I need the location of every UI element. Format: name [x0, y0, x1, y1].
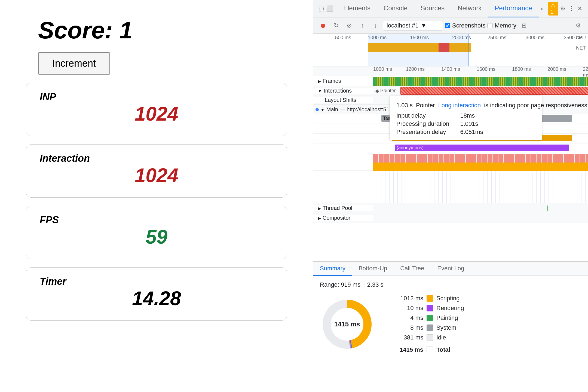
target-selector[interactable]: localhost #1 ▼ [383, 21, 443, 30]
memory-label: Memory [495, 22, 516, 29]
donut-chart: 1415 ms [320, 297, 374, 351]
cpu-label: CPU [575, 35, 586, 41]
device-icon[interactable]: ⬜ [326, 3, 333, 15]
timer-value: 14.28 [40, 287, 273, 310]
interactions-expand[interactable] [318, 88, 322, 94]
legend-row-painting: 4 ms Painting [391, 314, 464, 321]
download-button[interactable]: ↓ [370, 20, 381, 31]
idle-color [427, 334, 433, 341]
summary-legend: 1012 ms Scripting 10 ms Rendering 4 ms P… [391, 295, 464, 353]
system-label: System [436, 324, 456, 331]
devtools-topbar: ⬚ ⬜ Elements Console Sources Network Per… [313, 0, 588, 17]
interaction-bar[interactable] [400, 87, 588, 95]
mark-1000: 1000 ms [373, 66, 392, 72]
frames-chevron[interactable] [318, 78, 321, 84]
system-color [427, 324, 433, 331]
overview-mark-3000: 3000 ms [526, 35, 544, 41]
total-color [427, 347, 433, 353]
inspect-icon[interactable]: ⬚ [318, 3, 325, 15]
screenshots-checkbox-group: Screenshots [445, 22, 485, 29]
settings-gear-icon[interactable]: ⚙ [573, 20, 584, 31]
tab-elements[interactable]: Elements [337, 0, 377, 17]
total-value: 1415 ms [391, 346, 423, 353]
bottom-panel: Summary Bottom-Up Call Tree Event Log Ra… [313, 261, 588, 392]
inp-card: INP 1024 [26, 83, 287, 136]
compositor-expand[interactable] [318, 215, 321, 221]
close-icon[interactable]: ✕ [576, 3, 584, 15]
tab-performance[interactable]: Performance [488, 0, 538, 17]
main-thread-indicator [316, 108, 319, 111]
interaction-label: Interaction [40, 153, 273, 164]
legend-row-system: 8 ms System [391, 324, 464, 331]
fps-card: FPS 59 [26, 206, 287, 259]
mark-1400: 1400 ms [441, 66, 460, 72]
sub-task-track-2 [313, 162, 588, 171]
frames-track: Frames [313, 76, 588, 86]
overview-mark-1500: 1500 ms [410, 35, 429, 41]
devtools-panel: ⬚ ⬜ Elements Console Sources Network Per… [313, 0, 588, 392]
tab-console[interactable]: Console [377, 0, 414, 17]
net-label: NET [576, 45, 586, 51]
main-thread-expand[interactable] [320, 106, 325, 113]
score-title: Score: 1 [38, 16, 133, 44]
overview-mark-500: 500 ms [335, 35, 351, 41]
tab-network[interactable]: Network [451, 0, 488, 17]
fps-label: FPS [40, 214, 273, 226]
timeline-overview[interactable]: 500 ms 1000 ms 1500 ms 2000 ms 2500 ms 3… [313, 34, 588, 66]
thread-pool-track: Thread Pool [313, 203, 588, 213]
rendering-color [427, 305, 433, 311]
mark-1200: 1200 ms [406, 66, 425, 72]
donut-center: 1415 ms [334, 320, 360, 328]
interaction-card: Interaction 1024 [26, 144, 287, 198]
more-tabs-icon[interactable]: » [539, 5, 546, 12]
task-bar-anonymous[interactable]: (anonymous) [395, 145, 569, 151]
interaction-value: 1024 [40, 164, 273, 186]
thread-pool-bar [547, 206, 548, 211]
screenshots-checkbox[interactable] [445, 23, 450, 28]
compositor-track: Compositor [313, 213, 588, 223]
legend-row-idle: 381 ms Idle [391, 334, 464, 341]
tooltip-processing-value: 1.001s [460, 120, 483, 127]
network-throttle-icon[interactable]: ⊞ [519, 20, 529, 31]
tooltip-type: Pointer [416, 100, 435, 110]
tooltip-link[interactable]: Long interaction [438, 100, 481, 110]
tab-event-log[interactable]: Event Log [431, 262, 471, 276]
painting-color [427, 315, 433, 321]
frames-label: Frames [313, 78, 373, 84]
tooltip-message: is indicating poor page responsiveness. [484, 100, 588, 110]
reload-record-button[interactable]: ↻ [331, 20, 342, 31]
scripting-label: Scripting [436, 295, 460, 302]
tooltip-presentation-value: 6.051ms [460, 128, 483, 136]
tab-sources[interactable]: Sources [414, 0, 451, 17]
increment-button[interactable]: Increment [38, 52, 110, 75]
interactions-track: Interactions ◆ Pointer 1.03 s Pointer [313, 86, 588, 96]
more-options-icon[interactable]: ⋮ [568, 3, 575, 15]
rendering-value: 10 ms [391, 305, 423, 312]
timer-card: Timer 14.28 [26, 267, 287, 321]
compositor-content [373, 213, 588, 223]
tab-bottom-up[interactable]: Bottom-Up [352, 262, 394, 276]
idle-value: 381 ms [391, 334, 423, 341]
tab-summary[interactable]: Summary [313, 262, 352, 276]
upload-button[interactable]: ↑ [357, 20, 368, 31]
memory-checkbox[interactable] [488, 23, 492, 28]
scripting-color [427, 295, 433, 302]
anonymous-track: (anonymous) [313, 143, 588, 153]
range-text: Range: 919 ms – 2.33 s [320, 281, 581, 288]
call-stack-area [313, 171, 588, 203]
tooltip-processing-label: Processing duration [396, 120, 449, 127]
tab-call-tree[interactable]: Call Tree [394, 262, 431, 276]
thread-pool-expand[interactable] [318, 205, 321, 211]
interactions-label: Interactions [313, 88, 373, 94]
record-button[interactable]: ⏺ [318, 20, 329, 31]
devtools-tabs: Elements Console Sources Network Perform… [337, 0, 546, 17]
clear-button[interactable]: ⊘ [344, 20, 355, 31]
timeline-detail[interactable]: 1000 ms 1200 ms 1400 ms 1600 ms 1800 ms … [313, 66, 588, 261]
rendering-label: Rendering [436, 305, 464, 312]
summary-layout: 1415 ms 1012 ms Scripting 10 ms Renderin… [320, 295, 581, 353]
settings-icon[interactable]: ⚙ [559, 3, 567, 15]
tooltip-time: 1.03 s [396, 100, 413, 110]
overview-mark-2000: 2000 ms [452, 35, 471, 41]
thread-pool-label: Thread Pool [313, 205, 373, 211]
interaction-tooltip: 1.03 s Pointer Long interaction is indic… [390, 96, 542, 140]
